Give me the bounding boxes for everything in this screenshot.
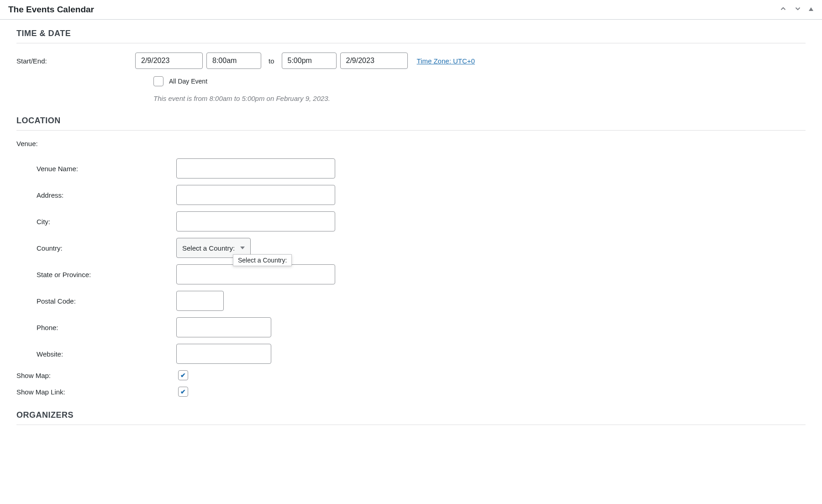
country-label: Country: <box>37 244 176 252</box>
phone-input[interactable] <box>176 317 271 337</box>
country-tooltip: Select a Country: <box>233 254 292 266</box>
address-row: Address: <box>16 185 806 205</box>
chevron-up-icon[interactable] <box>779 5 787 15</box>
phone-row: Phone: <box>16 317 806 337</box>
venue-name-row: Venue Name: <box>16 158 806 178</box>
postal-label: Postal Code: <box>37 297 176 305</box>
website-label: Website: <box>37 350 176 358</box>
panel-content: TIME & DATE Start/End: to Time Zone: UTC… <box>0 20 822 443</box>
show-map-checkbox[interactable] <box>178 370 188 380</box>
triangle-up-icon[interactable] <box>808 5 814 14</box>
section-organizers: ORGANIZERS <box>16 410 806 425</box>
start-end-inputs: to Time Zone: UTC+0 <box>135 52 475 69</box>
show-map-row: Show Map: <box>16 370 806 380</box>
postal-input[interactable] <box>176 291 224 311</box>
end-date-input[interactable] <box>340 52 408 69</box>
end-time-input[interactable] <box>282 52 337 69</box>
section-location: LOCATION <box>16 116 806 131</box>
country-select-wrapper: Select a Country: Select a Country: <box>176 238 251 258</box>
website-row: Website: <box>16 344 806 364</box>
address-input[interactable] <box>176 185 335 205</box>
event-summary-text: This event is from 8:00am to 5:00pm on F… <box>153 94 806 102</box>
venue-label: Venue: <box>16 140 158 147</box>
postal-row: Postal Code: <box>16 291 806 311</box>
svg-marker-0 <box>809 7 813 11</box>
to-separator: to <box>269 57 274 65</box>
start-end-label: Start/End: <box>16 57 135 65</box>
state-input[interactable] <box>176 264 335 284</box>
city-input[interactable] <box>176 211 335 231</box>
venue-row: Venue: <box>16 140 806 147</box>
state-row: State or Province: <box>16 264 806 284</box>
chevron-down-icon[interactable] <box>794 5 802 15</box>
city-row: City: <box>16 211 806 231</box>
start-time-input[interactable] <box>206 52 261 69</box>
country-row: Country: Select a Country: Select a Coun… <box>16 238 806 258</box>
show-map-label: Show Map: <box>16 372 178 379</box>
all-day-row: All Day Event <box>153 76 806 86</box>
panel-header-controls <box>779 5 814 15</box>
start-end-row: Start/End: to Time Zone: UTC+0 <box>16 52 806 69</box>
address-label: Address: <box>37 191 176 199</box>
section-time-date: TIME & DATE <box>16 29 806 43</box>
website-input[interactable] <box>176 344 271 364</box>
show-map-link-checkbox[interactable] <box>178 387 188 397</box>
state-label: State or Province: <box>37 271 176 278</box>
panel-title: The Events Calendar <box>8 5 94 15</box>
show-map-link-row: Show Map Link: <box>16 387 806 397</box>
country-selected-value: Select a Country: <box>182 244 235 252</box>
show-map-link-label: Show Map Link: <box>16 388 178 396</box>
timezone-link[interactable]: Time Zone: UTC+0 <box>417 57 475 65</box>
all-day-checkbox[interactable] <box>153 76 163 86</box>
panel-header: The Events Calendar <box>0 0 822 20</box>
venue-name-label: Venue Name: <box>37 165 176 173</box>
venue-name-input[interactable] <box>176 158 335 178</box>
all-day-label: All Day Event <box>169 78 207 85</box>
city-label: City: <box>37 218 176 226</box>
start-date-input[interactable] <box>135 52 203 69</box>
phone-label: Phone: <box>37 324 176 331</box>
